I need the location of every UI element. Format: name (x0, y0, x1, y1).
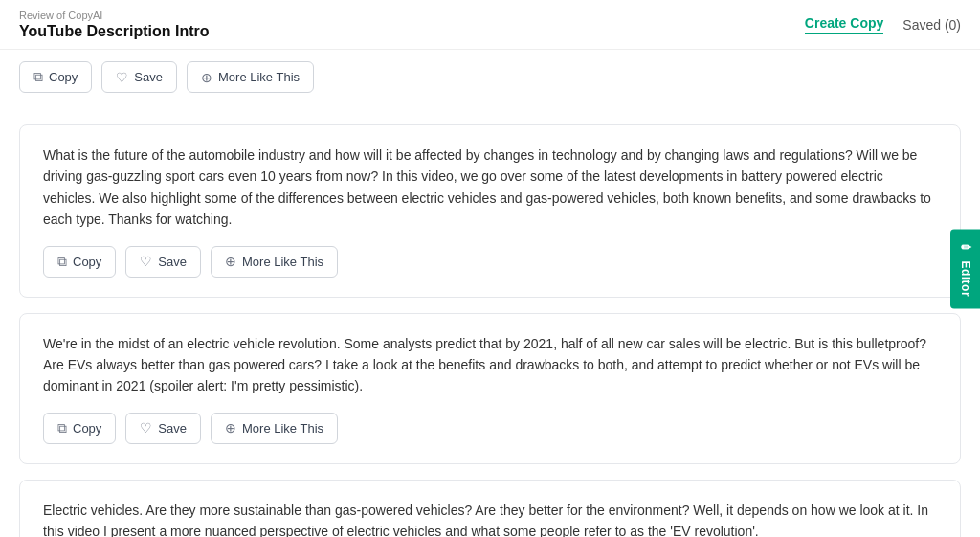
page-title: YouTube Description Intro (19, 23, 210, 40)
result-block-1: What is the future of the automobile ind… (19, 124, 961, 298)
top-copy-button[interactable]: ⧉ Copy (19, 61, 92, 93)
plus-circle-icon: ⊕ (201, 70, 212, 85)
action-bar-2: ⧉ Copy ♡ Save ⊕ More Like This (43, 413, 937, 444)
save-button-1[interactable]: ♡ Save (125, 246, 201, 278)
top-divider (19, 101, 961, 101)
plus-icon-2: ⊕ (225, 420, 236, 436)
create-copy-link[interactable]: Create Copy (805, 15, 883, 34)
action-bar-1: ⧉ Copy ♡ Save ⊕ More Like This (43, 246, 937, 278)
saved-count[interactable]: Saved (0) (902, 17, 961, 33)
result-block-2: We're in the midst of an electric vehicl… (19, 313, 961, 464)
copy-icon-2: ⧉ (57, 420, 67, 436)
top-save-button[interactable]: ♡ Save (101, 61, 177, 93)
plus-icon-1: ⊕ (225, 254, 236, 269)
content-area: What is the future of the automobile ind… (0, 109, 980, 537)
top-more-button[interactable]: ⊕ More Like This (187, 61, 314, 93)
more-button-2[interactable]: ⊕ More Like This (211, 413, 338, 444)
heart-icon-2: ♡ (140, 420, 152, 436)
editor-tab[interactable]: ✏ Editor (950, 229, 980, 308)
copy-button-2[interactable]: ⧉ Copy (43, 413, 116, 444)
result-text-2: We're in the midst of an electric vehicl… (43, 333, 937, 397)
more-button-1[interactable]: ⊕ More Like This (211, 246, 338, 278)
copy-icon-1: ⧉ (57, 254, 67, 270)
header: Review of CopyAI YouTube Description Int… (0, 0, 980, 50)
header-right: Create Copy Saved (0) (805, 15, 961, 34)
copy-icon: ⧉ (33, 69, 43, 85)
header-left: Review of CopyAI YouTube Description Int… (19, 10, 210, 40)
heart-icon-1: ♡ (140, 254, 152, 269)
app-name: Review of CopyAI (19, 10, 210, 21)
result-text-3: Electric vehicles. Are they more sustain… (43, 500, 937, 537)
main-area: What is the future of the automobile ind… (0, 109, 980, 537)
save-button-2[interactable]: ♡ Save (125, 413, 201, 444)
result-block-3: Electric vehicles. Are they more sustain… (19, 480, 961, 537)
top-action-bar: ⧉ Copy ♡ Save ⊕ More Like This (0, 50, 980, 93)
result-text-1: What is the future of the automobile ind… (43, 145, 937, 231)
editor-icon: ✏ (958, 240, 972, 256)
copy-button-1[interactable]: ⧉ Copy (43, 246, 116, 278)
heart-icon: ♡ (116, 70, 128, 85)
